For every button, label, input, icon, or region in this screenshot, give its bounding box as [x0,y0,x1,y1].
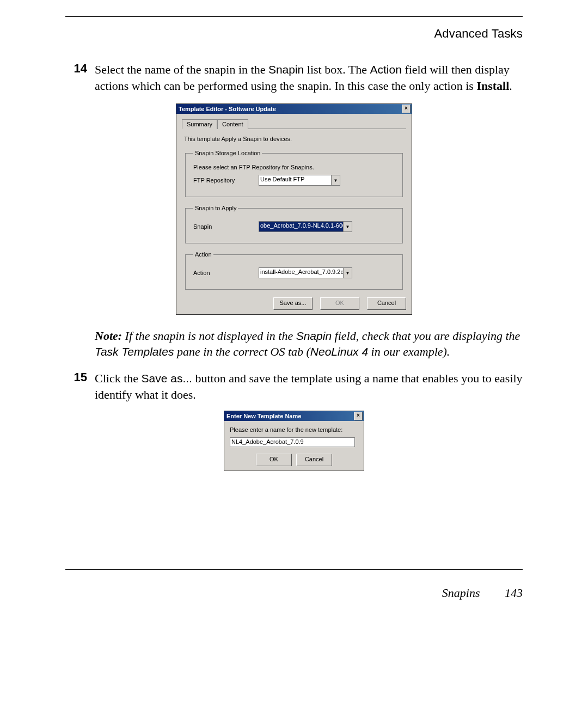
action-term: Action [370,63,402,76]
snapin-storage-location-legend: Snapin Storage Location [193,150,262,156]
snapin-select[interactable]: obe_Acrobat_7.0.9-NL4.0.1-6002 ▼ [259,221,352,232]
install-term: Install [476,79,509,93]
save-as-button[interactable]: Save as... [273,297,313,310]
action-legend: Action [193,251,213,258]
step-15-text: Click the Save as... button and save the… [95,370,523,402]
step-15: 15 Click the Save as... button and save … [65,370,523,402]
dialog1-titlebar: Template Editor - Software Update × [176,104,412,114]
ftp-repository-label: FTP Repository [193,177,259,184]
template-editor-dialog: Template Editor - Software Update × Summ… [176,103,412,315]
step-15-number: 15 [65,370,95,402]
save-as-term: Save as... [142,372,192,385]
dialog2-title: Enter New Template Name [226,413,354,419]
snapin-to-apply-legend: Snapin to Apply [193,205,238,211]
tab-content[interactable]: Content [217,119,248,129]
close-icon[interactable]: × [402,105,411,113]
template-name-prompt: Please enter a name for the new template… [230,426,358,433]
tab-summary[interactable]: Summary [182,119,217,129]
chevron-down-icon[interactable]: ▼ [343,268,352,278]
step-14-text: Select the name of the snapin in the Sna… [95,62,523,94]
note-label: Note: [95,329,122,343]
cancel-button[interactable]: Cancel [296,454,332,466]
template-name-input[interactable]: NL4_Adobe_Acrobat_7.0.9 [230,437,355,447]
enter-template-name-dialog: Enter New Template Name × Please enter a… [224,411,364,471]
ok-button[interactable]: OK [320,297,359,310]
snapin-label: Snapin [193,223,259,230]
action-group: Action Action install-Adobe_Acrobat_7.0.… [185,251,403,290]
action-select[interactable]: install-Adobe_Acrobat_7.0.9.2do ▼ [259,267,352,278]
footer-section-name: Snapins [442,586,480,600]
dialog1-title: Template Editor - Software Update [179,106,402,112]
step-14-number: 14 [65,62,95,94]
ftp-hint-text: Please select an FTP Repository for Snap… [193,164,395,170]
chevron-down-icon[interactable]: ▼ [343,222,352,231]
dialog1-tabs: Summary Content [182,119,406,129]
page-footer: Snapins 143 [65,586,523,600]
ok-button[interactable]: OK [256,454,292,466]
dialog1-description: This template Apply a Snapin to devices. [184,136,404,142]
page-header-title: Advanced Tasks [65,27,523,41]
chevron-down-icon[interactable]: ▼ [331,175,340,185]
dialog2-titlebar: Enter New Template Name × [224,411,364,421]
snapin-storage-location-group: Snapin Storage Location Please select an… [185,150,403,197]
ftp-repository-select[interactable]: Use Default FTP ▼ [259,175,340,186]
task-templates-term: Task Templates [95,345,174,358]
step-14: 14 Select the name of the snapin in the … [65,62,523,94]
action-label: Action [193,270,259,276]
footer-page-number: 143 [505,586,523,600]
snapin-term-note: Snapin [296,329,332,342]
cancel-button[interactable]: Cancel [367,297,406,310]
close-icon[interactable]: × [354,412,363,420]
note-block: Note: If the snapin is not displayed in … [95,328,523,359]
neolinux-term: NeoLinux 4 [310,345,368,358]
snapin-term: Snapin [268,63,304,76]
snapin-to-apply-group: Snapin to Apply Snapin obe_Acrobat_7.0.9… [185,205,403,243]
